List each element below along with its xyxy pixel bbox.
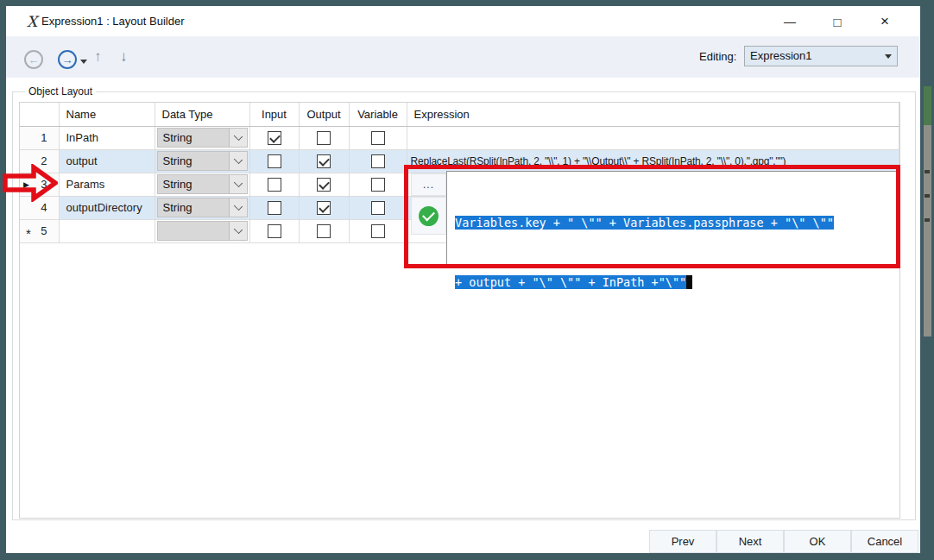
confirm-expression-button[interactable] <box>411 197 446 235</box>
forward-dropdown-icon[interactable] <box>80 60 87 64</box>
datatype-cell[interactable]: String <box>155 173 249 196</box>
toolbar: ← → ↑ ↓ Editing: Expression1 <box>6 36 920 78</box>
input-checkbox[interactable] <box>268 224 281 238</box>
row-header[interactable]: *5 <box>20 219 59 242</box>
window-title: Expression1 : Layout Builder <box>41 6 184 36</box>
row-number: 3 <box>41 178 47 191</box>
background-window-edge <box>924 125 931 337</box>
datatype-dropdown[interactable]: String <box>157 174 248 194</box>
name-cell[interactable] <box>59 219 155 242</box>
variable-cell <box>349 219 407 242</box>
forward-icon[interactable]: → <box>58 50 77 69</box>
background-window-edge <box>924 86 931 125</box>
output-checkbox[interactable] <box>317 201 331 215</box>
datatype-dropdown[interactable] <box>157 221 248 241</box>
column-header-name: Name <box>59 103 155 126</box>
back-icon[interactable]: ← <box>24 50 43 69</box>
app-icon: X <box>22 11 42 32</box>
column-header-expression: Expression <box>407 103 899 126</box>
name-cell[interactable]: outputDirectory <box>59 196 155 219</box>
output-cell <box>299 196 349 219</box>
variable-cell <box>349 126 407 149</box>
row-number: 2 <box>41 154 47 167</box>
grid-row: 1 InPath String <box>20 126 899 149</box>
chevron-down-icon[interactable] <box>229 152 247 170</box>
input-cell <box>249 219 299 242</box>
text-cursor <box>686 275 692 289</box>
grid-row: 2 output String ReplaceLast(RSplit(InPat… <box>20 149 899 173</box>
prev-button[interactable]: Prev <box>649 530 716 553</box>
background-window-edge <box>925 170 930 173</box>
editing-dropdown-value: Expression1 <box>750 47 812 66</box>
variable-checkbox[interactable] <box>371 131 385 145</box>
maximize-button[interactable]: □ <box>818 9 856 34</box>
variable-checkbox[interactable] <box>371 201 385 215</box>
chevron-down-icon[interactable] <box>229 198 247 217</box>
column-header-output: Output <box>299 103 349 126</box>
close-button[interactable]: × <box>866 9 904 34</box>
output-checkbox[interactable] <box>317 224 331 238</box>
variable-cell <box>349 173 407 196</box>
expression-ellipsis-button[interactable]: ... <box>411 173 446 196</box>
editing-dropdown[interactable]: Expression1 <box>744 46 898 66</box>
column-header-input: Input <box>249 103 299 126</box>
output-checkbox[interactable] <box>317 178 331 192</box>
cancel-button[interactable]: Cancel <box>851 530 918 553</box>
input-cell <box>249 196 299 219</box>
ok-button[interactable]: OK <box>784 530 851 553</box>
row-header[interactable]: 1 <box>20 126 59 149</box>
input-cell <box>249 173 299 196</box>
title-bar: X Expression1 : Layout Builder — □ × <box>6 6 920 36</box>
background-window-edge <box>925 194 930 198</box>
datatype-dropdown[interactable]: String <box>157 128 248 148</box>
input-checkbox[interactable] <box>268 154 281 168</box>
expression-cell[interactable]: ReplaceLast(RSplit(InPath, 2, "\\", 1) +… <box>407 149 899 173</box>
output-cell <box>299 149 349 173</box>
grid-header-row: Name Data Type Input Output Variable Exp… <box>20 103 899 126</box>
output-cell <box>299 219 349 242</box>
output-checkbox[interactable] <box>317 131 331 145</box>
input-checkbox[interactable] <box>268 131 281 145</box>
move-up-icon[interactable]: ↑ <box>94 48 102 66</box>
datatype-cell[interactable]: String <box>155 149 249 173</box>
chevron-down-icon[interactable] <box>229 129 247 147</box>
expression-textarea[interactable]: Variables.key + " \"" + Variables.passph… <box>446 171 897 266</box>
move-down-icon[interactable]: ↓ <box>120 48 128 66</box>
datatype-dropdown[interactable]: String <box>157 198 248 217</box>
name-cell[interactable]: InPath <box>59 126 155 149</box>
row-number: 5 <box>41 224 47 237</box>
output-cell <box>299 126 349 149</box>
check-circle-icon <box>419 206 439 226</box>
expression-cell[interactable] <box>407 126 899 149</box>
column-header-datatype: Data Type <box>155 103 249 126</box>
new-row-icon: * <box>26 220 31 243</box>
input-cell <box>249 149 299 173</box>
next-button[interactable]: Next <box>716 530 784 553</box>
name-cell[interactable]: Params <box>59 173 155 196</box>
chevron-down-icon[interactable] <box>229 175 247 193</box>
datatype-cell[interactable]: String <box>155 196 249 219</box>
input-checkbox[interactable] <box>268 178 281 192</box>
datatype-dropdown[interactable]: String <box>157 151 248 171</box>
chevron-down-icon[interactable] <box>229 222 247 240</box>
variable-checkbox[interactable] <box>371 154 385 168</box>
variable-cell <box>349 149 407 173</box>
row-header[interactable]: 4 <box>20 196 59 219</box>
row-number: 4 <box>41 201 47 214</box>
expression-line: + output + "\" \"" + InPath +"\"" <box>455 273 896 293</box>
output-checkbox[interactable] <box>317 154 331 168</box>
minimize-button[interactable]: — <box>771 9 809 34</box>
row-number: 1 <box>41 131 47 144</box>
variable-checkbox[interactable] <box>371 178 385 192</box>
variable-cell <box>349 196 407 219</box>
input-checkbox[interactable] <box>268 201 281 215</box>
name-cell[interactable]: output <box>59 149 155 173</box>
row-header[interactable]: 2 <box>20 149 59 173</box>
column-header-variable: Variable <box>349 103 407 126</box>
current-row-icon: ▶ <box>23 173 29 197</box>
datatype-cell[interactable]: String <box>155 126 249 149</box>
variable-checkbox[interactable] <box>371 224 385 238</box>
datatype-cell[interactable] <box>155 219 249 242</box>
expression-line: Variables.key + " \"" + Variables.passph… <box>455 213 896 233</box>
row-header[interactable]: ▶3 <box>20 173 59 196</box>
